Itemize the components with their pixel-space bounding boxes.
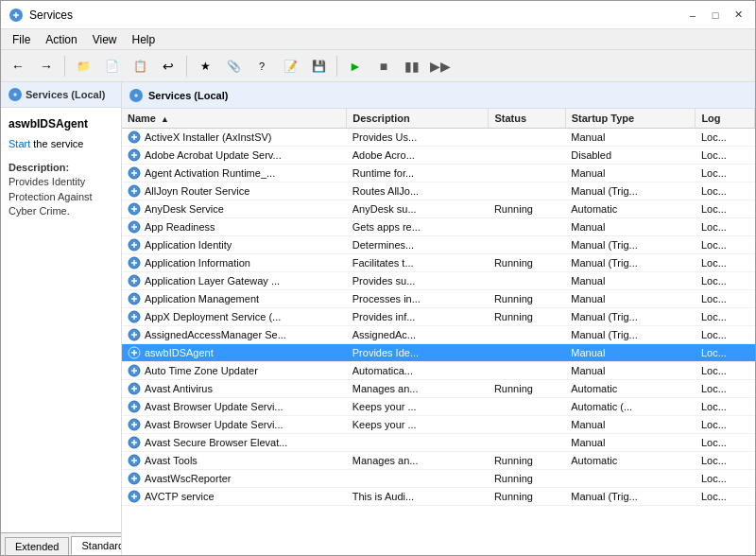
cell-name: Application Layer Gateway ...: [122, 272, 347, 290]
col-header-startup-type[interactable]: Startup Type: [565, 109, 696, 129]
cell-logon: Loc...: [696, 236, 755, 254]
table-row[interactable]: Adobe Acrobat Update Serv...Adobe Acro..…: [122, 147, 755, 165]
service-name-text: Agent Activation Runtime_...: [145, 167, 275, 179]
cell-startup-type: Manual: [565, 272, 696, 290]
table-row[interactable]: AppX Deployment Service (...Provides inf…: [122, 308, 755, 326]
service-name-text: Avast Secure Browser Elevat...: [145, 437, 287, 448]
table-row[interactable]: Application Layer Gateway ...Provides su…: [122, 272, 755, 290]
cell-status: Running: [489, 470, 565, 488]
forward-button[interactable]: →: [33, 53, 60, 79]
cell-description: Processes in...: [347, 290, 489, 308]
services-table-wrapper[interactable]: Name ▲ Description Status Startup Type: [122, 109, 755, 555]
cell-startup-type: Manual (Trig...: [565, 326, 696, 344]
window-title: Services: [29, 9, 73, 22]
minimize-button[interactable]: –: [683, 6, 702, 25]
services-header-bar: Services (Local): [122, 82, 755, 109]
service-name-text: AnyDesk Service: [145, 203, 224, 215]
cell-name: AVCTP service: [122, 488, 347, 506]
table-row[interactable]: AVCTP serviceThis is Audi...RunningManua…: [122, 488, 755, 506]
cell-status: Running: [489, 380, 565, 398]
back-button[interactable]: ←: [5, 53, 31, 79]
refresh-button[interactable]: ★: [192, 53, 218, 79]
toolbar: ← → 📁 📄 📋 ↩ ★ 📎 ? 📝 💾 ► ■ ▮▮ ▶▶: [1, 50, 755, 82]
undo-button[interactable]: ↩: [155, 53, 181, 79]
cell-logon: Loc...: [696, 470, 755, 488]
service-icon: [128, 148, 141, 162]
service-name-text: AvastWscReporter: [145, 473, 232, 484]
copy-button[interactable]: 📄: [98, 53, 125, 79]
table-row[interactable]: Avast Browser Update Servi...Keeps your …: [122, 398, 755, 416]
cell-logon: Loc...: [696, 452, 755, 470]
maximize-button[interactable]: □: [706, 6, 725, 25]
start-link[interactable]: Start: [9, 138, 30, 149]
cell-status: [489, 129, 565, 147]
col-header-description[interactable]: Description: [347, 109, 489, 129]
toolbar-sep-3: [336, 56, 337, 77]
table-row[interactable]: Agent Activation Runtime_...Runtime for.…: [122, 165, 755, 182]
service-icon: [128, 238, 141, 252]
table-row[interactable]: AvastWscReporterRunningLoc...: [122, 470, 755, 488]
table-row[interactable]: Avast Secure Browser Elevat...ManualLoc.…: [122, 434, 755, 452]
sidebar-start-line: Start the service: [9, 138, 113, 149]
service-icon: [128, 130, 141, 144]
cell-name: AvastWscReporter: [122, 470, 347, 488]
cell-status: Running: [489, 254, 565, 272]
tab-extended[interactable]: Extended: [5, 537, 69, 555]
cell-description: Facilitates t...: [347, 254, 489, 272]
services-tbody: ActiveX Installer (AxInstSV)Provides Us.…: [122, 129, 755, 506]
menu-help[interactable]: Help: [125, 31, 163, 48]
sidebar-header-label: Services (Local): [26, 89, 105, 100]
cell-logon: Loc...: [696, 272, 755, 290]
cell-logon: Loc...: [696, 147, 755, 165]
table-row[interactable]: AssignedAccessManager Se...AssignedAc...…: [122, 326, 755, 344]
cell-description: Adobe Acro...: [347, 147, 489, 165]
restart-button[interactable]: ▶▶: [427, 53, 454, 79]
stop-button[interactable]: ■: [370, 53, 397, 79]
cell-description: Provides Ide...: [347, 344, 489, 362]
save-button[interactable]: 💾: [305, 53, 332, 79]
menu-view[interactable]: View: [85, 31, 125, 48]
play-button[interactable]: ►: [342, 53, 369, 79]
table-row[interactable]: AllJoyn Router ServiceRoutes AllJo...Man…: [122, 182, 755, 200]
cell-description: Gets apps re...: [347, 218, 489, 236]
cell-name: Agent Activation Runtime_...: [122, 165, 347, 182]
table-row[interactable]: Application ManagementProcesses in...Run…: [122, 290, 755, 308]
service-name-text: AssignedAccessManager Se...: [145, 329, 286, 340]
tab-standard[interactable]: Standard: [71, 536, 122, 555]
table-row[interactable]: Avast ToolsManages an...RunningAutomatic…: [122, 452, 755, 470]
export-button[interactable]: 📎: [220, 53, 247, 79]
service-name-text: Application Identity: [145, 239, 232, 251]
properties-button[interactable]: 📝: [277, 53, 303, 79]
table-row[interactable]: Avast Browser Update Servi...Keeps your …: [122, 416, 755, 434]
col-header-logon[interactable]: Log: [696, 109, 755, 129]
cell-logon: Loc...: [696, 344, 755, 362]
table-row[interactable]: App ReadinessGets apps re...ManualLoc...: [122, 218, 755, 236]
menu-file[interactable]: File: [5, 31, 38, 48]
service-name-text: Avast Browser Update Servi...: [145, 419, 284, 430]
cell-logon: Loc...: [696, 398, 755, 416]
table-row[interactable]: Application IdentityDetermines...Manual …: [122, 236, 755, 254]
paste-button[interactable]: 📋: [127, 53, 153, 79]
table-row[interactable]: Avast AntivirusManages an...RunningAutom…: [122, 380, 755, 398]
service-name-text: Application Information: [145, 257, 250, 269]
cell-logon: Loc...: [696, 218, 755, 236]
sidebar-header: Services (Local): [1, 82, 121, 108]
table-row[interactable]: Auto Time Zone UpdaterAutomatica...Manua…: [122, 362, 755, 380]
menu-action[interactable]: Action: [38, 31, 84, 48]
description-label: Description:: [9, 162, 69, 173]
table-row[interactable]: aswbIDSAgentProvides Ide...ManualLoc...: [122, 344, 755, 362]
service-icon: [128, 220, 141, 234]
pause-button[interactable]: ▮▮: [399, 53, 425, 79]
table-row[interactable]: ActiveX Installer (AxInstSV)Provides Us.…: [122, 129, 755, 147]
close-button[interactable]: ✕: [729, 6, 747, 25]
cell-name: Adobe Acrobat Update Serv...: [122, 147, 347, 165]
col-header-name[interactable]: Name ▲: [122, 109, 347, 129]
table-row[interactable]: Application InformationFacilitates t...R…: [122, 254, 755, 272]
service-icon: [128, 292, 141, 305]
col-header-status[interactable]: Status: [489, 109, 565, 129]
table-row[interactable]: AnyDesk ServiceAnyDesk su...RunningAutom…: [122, 200, 755, 218]
folder-button[interactable]: 📁: [70, 53, 96, 79]
service-icon: [128, 472, 141, 485]
help-button[interactable]: ?: [249, 53, 275, 79]
service-name-text: ActiveX Installer (AxInstSV): [145, 131, 272, 143]
